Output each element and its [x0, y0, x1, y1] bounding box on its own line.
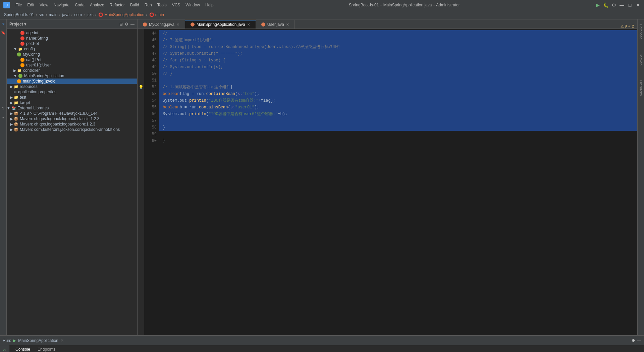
tree-item-label: MyConfig — [23, 52, 40, 57]
tree-item-logback-classic[interactable]: ▶ 📦 Maven: ch.qos.logback:logback-classi… — [7, 116, 137, 121]
breadcrumb-item[interactable]: main — [49, 12, 57, 17]
maven-panel-label[interactable]: Maven — [638, 52, 644, 68]
tree-item-logback-core[interactable]: ▶ 📦 Maven: ch.qos.logback:logback-core:1… — [7, 121, 137, 127]
code-line-45: // 7.验证import引入组件 — [159, 37, 637, 44]
project-header-icons[interactable]: ⊟ ⚙ — — [119, 22, 135, 27]
method-icon: 🟠 — [17, 79, 21, 84]
tree-item-label: cat():Pet — [26, 57, 41, 62]
tree-item-resources[interactable]: ▶ 📁 resources — [7, 84, 137, 89]
tab-close-icon[interactable]: ✕ — [176, 22, 179, 27]
run-restart-icon[interactable]: ↺ — [1, 347, 8, 352]
code-content[interactable]: // // 7.验证import引入组件 // String[] type = … — [159, 29, 637, 335]
sidebar-structure-icon[interactable]: S — [1, 106, 6, 111]
menu-help[interactable]: Help — [205, 3, 214, 7]
tree-item-label: application.properties — [18, 90, 56, 94]
minimize-panel-icon[interactable]: — — [130, 22, 135, 27]
tree-item-controller[interactable]: ▶ 📁 controller — [7, 68, 137, 73]
main-layout: P 🔖 S ★ Project ▾ ⊟ ⚙ — 🔴 age:int 🔴 name… — [0, 19, 644, 335]
class-icon: 🟢 — [17, 52, 21, 57]
tree-item-test[interactable]: ▶ 📁 test — [7, 95, 137, 100]
run-controls[interactable]: ⚙ — — [632, 338, 641, 343]
code-editor[interactable]: 💡 44 45 46 47 48 49 50 51 52 — [138, 29, 637, 335]
right-sidebar: Database Maven Hierarchy — [637, 19, 644, 335]
breadcrumb-item[interactable]: src — [39, 12, 44, 17]
window-title: SpringBoot-ls-01 – MainSpringApplication… — [214, 3, 595, 7]
tab-console[interactable]: Console — [12, 346, 34, 352]
close-button[interactable]: ✕ — [635, 2, 641, 8]
run-settings-icon[interactable]: ⚙ — [632, 338, 635, 343]
tab-mainspring[interactable]: MainSpringApplication.java ✕ — [185, 20, 256, 29]
menu-refactor[interactable]: Refactor — [110, 3, 125, 7]
menu-file[interactable]: File — [15, 3, 22, 7]
tree-item-app-properties[interactable]: ⚙ application.properties — [7, 89, 137, 95]
tree-item-label: target — [20, 100, 30, 105]
breadcrumb-item[interactable]: SpringBoot-ls-01 — [4, 12, 34, 17]
tree-item-pet[interactable]: 🔴 pet:Pet — [7, 41, 137, 46]
maximize-button[interactable]: □ — [627, 2, 633, 8]
breadcrumb-item[interactable]: jsxs — [87, 12, 94, 17]
console-area: Console Endpoints org.springframework.bo… — [9, 345, 644, 352]
menu-build[interactable]: Build — [130, 3, 139, 7]
tree-item-jdk[interactable]: ▶ 📦 < 1.8 > C:\Program Files\Java\jdk1.8… — [7, 111, 137, 116]
minimize-button[interactable]: — — [619, 2, 625, 8]
left-sidebar: P 🔖 S ★ — [0, 19, 7, 335]
tree-item-label: MainSpringApplication — [24, 73, 64, 78]
menu-tools[interactable]: Tools — [157, 3, 167, 7]
run-icon: ▶ — [13, 338, 16, 343]
menu-vcs[interactable]: VCS — [172, 3, 180, 7]
tree-item-jackson[interactable]: ▶ 📦 Maven: com.fasterxml.jackson.core:ja… — [7, 127, 137, 132]
toolbar-debug-button[interactable]: 🐛 — [603, 2, 608, 8]
settings-icon[interactable]: ⚙ — [125, 22, 128, 27]
tab-user[interactable]: User.java ✕ — [256, 20, 295, 29]
toolbar-run-button[interactable]: ▶ — [595, 2, 600, 8]
tab-close-icon[interactable]: ✕ — [247, 22, 250, 27]
gutter-row: 💡 — [139, 84, 144, 91]
menu-bar[interactable]: File Edit View Navigate Code Analyze Ref… — [15, 3, 214, 7]
breadcrumb-item[interactable]: ⭕ main — [149, 12, 164, 17]
project-tree[interactable]: 🔴 age:int 🔴 name:String 🔴 pet:Pet ▼ 📁 co… — [7, 29, 137, 335]
run-minimize-icon[interactable]: — — [637, 338, 641, 343]
tree-item-cat[interactable]: 🟠 cat():Pet — [7, 57, 137, 62]
toolbar-config[interactable]: ⚙ — [611, 2, 616, 8]
breadcrumb-item[interactable]: java — [62, 12, 69, 17]
menu-navigate[interactable]: Navigate — [54, 3, 69, 7]
database-panel-label[interactable]: Database — [638, 21, 644, 42]
menu-run[interactable]: Run — [145, 3, 152, 7]
tree-item-mainspring[interactable]: ▼ 🟢 MainSpringApplication — [7, 73, 137, 79]
file-icon: ⚙ — [13, 90, 17, 94]
tree-item-label: pet:Pet — [26, 41, 39, 46]
sidebar-favorites-icon[interactable]: ★ — [1, 114, 6, 120]
tree-item-label: main(String[]):void — [23, 79, 55, 84]
tree-item-myconfig[interactable]: 🟢 MyConfig — [7, 52, 137, 57]
field-icon: 🔴 — [20, 31, 25, 35]
java-file-icon — [191, 22, 195, 27]
tree-item-external-libs[interactable]: ▼ 📚 External Libraries — [7, 105, 137, 111]
warning-badge[interactable]: ⚠ 9 ✓ 2 — [621, 24, 634, 29]
window-controls[interactable]: ▶ 🐛 ⚙ — □ ✕ — [595, 2, 641, 8]
tree-item-config[interactable]: ▼ 📁 config — [7, 46, 137, 52]
breadcrumb-item[interactable]: ⭕ MainSpringApplication — [98, 12, 145, 17]
hierarchy-panel-label[interactable]: Hierarchy — [638, 78, 644, 99]
tab-endpoints[interactable]: Endpoints — [34, 346, 59, 352]
tree-item-main-method[interactable]: 🟠 main(String[]):void — [7, 79, 137, 84]
breadcrumb: SpringBoot-ls-01 › src › main › java › c… — [0, 10, 644, 19]
collapse-all-icon[interactable]: ⊟ — [119, 22, 123, 27]
tab-myconfig[interactable]: MyConfig.java ✕ — [138, 20, 185, 29]
menu-edit[interactable]: Edit — [27, 3, 34, 7]
run-app-name[interactable]: MainSpringApplication — [18, 338, 58, 343]
sidebar-bookmark-icon[interactable]: 🔖 — [1, 30, 6, 35]
tab-close-icon[interactable]: ✕ — [286, 22, 289, 27]
menu-window[interactable]: Window — [185, 3, 200, 7]
breadcrumb-item[interactable]: com — [74, 12, 82, 17]
menu-view[interactable]: View — [40, 3, 48, 7]
tree-item-age[interactable]: 🔴 age:int — [7, 30, 137, 36]
tree-item-label: controller — [23, 68, 40, 73]
tree-item-target[interactable]: ▶ 📁 target — [7, 100, 137, 105]
menu-code[interactable]: Code — [75, 3, 85, 7]
lib-icon: ▶ 📦 — [10, 117, 18, 121]
tree-item-user01[interactable]: 🟠 user01():User — [7, 62, 137, 68]
tree-item-name[interactable]: 🔴 name:String — [7, 36, 137, 41]
run-tab-close[interactable]: ✕ — [60, 338, 64, 343]
sidebar-project-icon[interactable]: P — [1, 21, 6, 27]
menu-analyze[interactable]: Analyze — [90, 3, 104, 7]
